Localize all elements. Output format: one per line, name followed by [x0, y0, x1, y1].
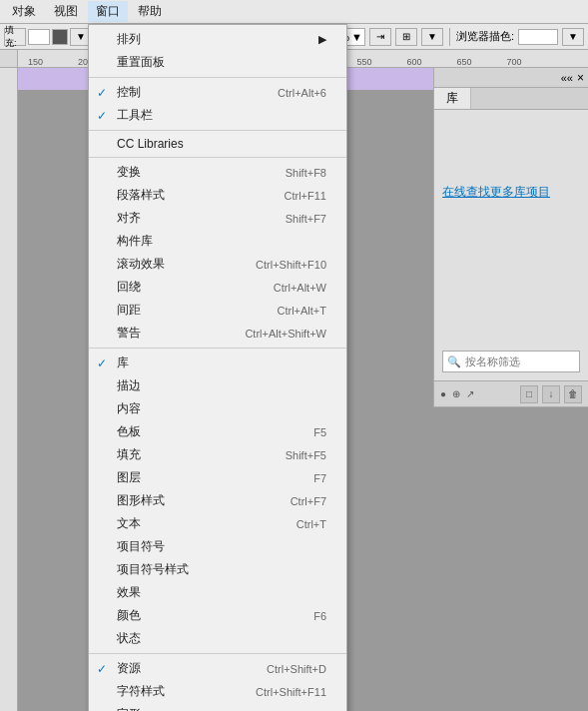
menu-item-text[interactable]: 文本 Ctrl+T: [89, 512, 346, 535]
menu-shortcut-graphic-styles: Ctrl+F7: [271, 495, 326, 507]
panel-online-link[interactable]: 在线查找更多库项目: [442, 184, 580, 201]
menu-shortcut-transform: Shift+F8: [266, 167, 326, 179]
menu-label-layers: 图层: [117, 469, 141, 486]
menu-label-transform: 变换: [117, 164, 141, 181]
menu-shortcut-spacing: Ctrl+Alt+T: [257, 305, 326, 317]
menu-item-content[interactable]: 内容: [89, 397, 346, 420]
menu-shortcut-fill: Shift+F5: [266, 449, 326, 461]
menu-item-library[interactable]: 库: [89, 352, 346, 374]
menu-label-align: 对齐: [117, 210, 141, 227]
menu-section-6: 资源 Ctrl+Shift+D 字符样式 Ctrl+Shift+F11 字形: [89, 654, 346, 711]
menu-label-glyph: 字形: [117, 706, 141, 711]
panel-footer: ● ⊕ ↗ □ ↓ 🗑: [434, 380, 588, 406]
ruler-corner: [0, 50, 18, 68]
nav-btn-1[interactable]: ⇥: [369, 28, 391, 46]
menu-item-bullet[interactable]: 项目符号: [89, 535, 346, 558]
menu-item-glyph[interactable]: 字形: [89, 703, 346, 711]
menu-item-arrange[interactable]: 排列 ▶: [89, 28, 346, 51]
menu-label-library: 库: [117, 355, 129, 371]
menu-item-widget-library[interactable]: 构件库: [89, 230, 346, 253]
panel-tab-library[interactable]: 库: [434, 88, 471, 109]
menu-label-assets: 资源: [117, 660, 141, 677]
menu-label-wrap: 回绕: [117, 279, 141, 296]
menu-view[interactable]: 视图: [46, 1, 86, 22]
menu-item-toolbar[interactable]: 工具栏: [89, 104, 346, 127]
menu-item-assets[interactable]: 资源 Ctrl+Shift+D: [89, 657, 346, 680]
ruler-mark-650: 650: [457, 57, 507, 67]
menu-label-bullet-style: 项目符号样式: [117, 561, 189, 578]
menu-shortcut-align: Shift+F7: [266, 213, 326, 225]
menu-item-swatches[interactable]: 色板 F5: [89, 420, 346, 443]
menu-item-control[interactable]: 控制 Ctrl+Alt+6: [89, 81, 346, 104]
menu-item-transform[interactable]: 变换 Shift+F8: [89, 161, 346, 184]
menu-label-spacing: 间距: [117, 302, 141, 319]
menu-window[interactable]: 窗口: [88, 1, 128, 22]
search-input[interactable]: [465, 356, 575, 367]
ruler-mark: 150: [28, 57, 78, 67]
panel-header: «« ×: [434, 68, 588, 88]
footer-status-icon-2: ⊕: [452, 388, 460, 399]
menu-label-swatches: 色板: [117, 423, 141, 440]
menu-section-4: 变换 Shift+F8 段落样式 Ctrl+F11 对齐 Shift+F7 构件…: [89, 158, 346, 349]
menu-shortcut-control: Ctrl+Alt+6: [258, 87, 326, 99]
panel-close-btn[interactable]: ×: [577, 71, 584, 85]
footer-icon-delete[interactable]: 🗑: [564, 385, 582, 403]
menu-item-fill[interactable]: 填充 Shift+F5: [89, 443, 346, 466]
menu-label-scroll-effect: 滚动效果: [117, 256, 165, 273]
menu-item-stroke[interactable]: 描边: [89, 374, 346, 397]
menu-help[interactable]: 帮助: [130, 1, 170, 22]
menu-item-graphic-styles[interactable]: 图形样式 Ctrl+F7: [89, 489, 346, 512]
menu-item-align[interactable]: 对齐 Shift+F7: [89, 207, 346, 230]
window-dropdown-menu: 排列 ▶ 重置面板 控制 Ctrl+Alt+6 工具栏 CC Libraries…: [88, 24, 347, 711]
panel-collapse-btn[interactable]: ««: [561, 72, 573, 84]
menu-item-color[interactable]: 颜色 F6: [89, 604, 346, 627]
menu-item-warning[interactable]: 警告 Ctrl+Alt+Shift+W: [89, 322, 346, 345]
color-dropdown[interactable]: ▼: [562, 28, 584, 46]
tool-btn-1[interactable]: 填充:: [4, 28, 26, 46]
menu-label-arrange: 排列: [117, 31, 141, 48]
zoom-dropdown-icon[interactable]: ▼: [351, 31, 362, 43]
menu-label-warning: 警告: [117, 325, 141, 342]
menu-item-wrap[interactable]: 回绕 Ctrl+Alt+W: [89, 276, 346, 299]
menu-shortcut-scroll-effect: Ctrl+Shift+F10: [236, 259, 326, 271]
menu-label-cc-libraries: CC Libraries: [117, 137, 184, 151]
menu-label-content: 内容: [117, 400, 141, 417]
menu-item-spacing[interactable]: 间距 Ctrl+Alt+T: [89, 299, 346, 322]
panel-search[interactable]: 🔍: [442, 351, 580, 372]
ruler-vertical: [0, 68, 18, 711]
menu-item-status[interactable]: 状态: [89, 627, 346, 650]
menu-section-1: 排列 ▶ 重置面板: [89, 25, 346, 78]
menu-label-control: 控制: [117, 84, 141, 101]
menu-label-paragraph-style: 段落样式: [117, 187, 165, 204]
footer-status-icon-3: ↗: [466, 388, 474, 399]
menu-item-effects[interactable]: 效果: [89, 581, 346, 604]
menu-shortcut-swatches: F5: [294, 426, 326, 438]
menu-item-layers[interactable]: 图层 F7: [89, 466, 346, 489]
menu-label-stroke: 描边: [117, 377, 141, 394]
menu-item-char-style[interactable]: 字符样式 Ctrl+Shift+F11: [89, 680, 346, 703]
menu-label-char-style: 字符样式: [117, 683, 165, 700]
footer-icon-folder[interactable]: □: [520, 385, 538, 403]
menu-label-color: 颜色: [117, 607, 141, 624]
menu-item-paragraph-style[interactable]: 段落样式 Ctrl+F11: [89, 184, 346, 207]
nav-btn-2[interactable]: ⊞: [395, 28, 417, 46]
menu-item-bullet-style[interactable]: 项目符号样式: [89, 558, 346, 581]
panel-content: 在线查找更多库项目 🔍: [434, 110, 588, 380]
arrow-icon: ▶: [318, 33, 326, 46]
menu-object[interactable]: 对象: [4, 1, 44, 22]
footer-icon-download[interactable]: ↓: [542, 385, 560, 403]
menu-item-scroll-effect[interactable]: 滚动效果 Ctrl+Shift+F10: [89, 253, 346, 276]
nav-btn-3[interactable]: ▼: [421, 28, 443, 46]
menu-item-reset-panel[interactable]: 重置面板: [89, 51, 346, 74]
footer-status-icon-1: ●: [440, 388, 446, 399]
ruler-mark-550: 550: [357, 57, 407, 67]
search-icon: 🔍: [447, 356, 461, 368]
menu-item-cc-libraries[interactable]: CC Libraries: [89, 134, 346, 154]
menu-shortcut-paragraph-style: Ctrl+F11: [265, 190, 327, 202]
separator-2: [449, 28, 450, 46]
menu-shortcut-text: Ctrl+T: [277, 518, 326, 530]
ruler-mark-700: 700: [507, 57, 557, 67]
ruler-mark-600: 600: [407, 57, 457, 67]
menu-shortcut-wrap: Ctrl+Alt+W: [254, 282, 326, 294]
menu-shortcut-color: F6: [294, 610, 326, 622]
